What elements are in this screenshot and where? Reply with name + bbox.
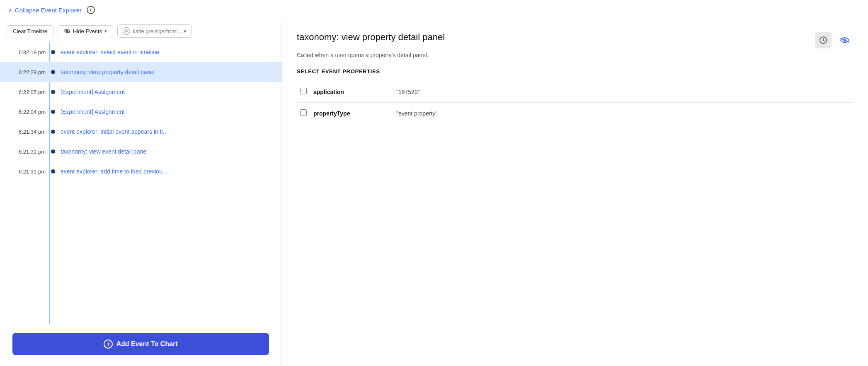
left-panel: Clear Timeline Hide Events ▾ (0, 20, 282, 366)
event-row[interactable]: 6:22:29 pmtaxonomy: view property detail… (0, 62, 281, 82)
event-row[interactable]: 6:21:31 pmevent explorer: add time to lo… (0, 161, 281, 181)
event-dot-icon (51, 169, 55, 173)
header-icons (815, 32, 853, 48)
section-title: SELECT EVENT PROPERTIES (297, 68, 853, 75)
info-icon[interactable]: i (87, 6, 95, 14)
event-name: event explorer: select event in timeline (61, 49, 273, 55)
chevron-up-icon: ∧ (8, 7, 12, 13)
clear-timeline-button[interactable]: Clear Timeline (7, 25, 53, 37)
event-row[interactable]: 6:32:19 pmevent explorer: select event i… (0, 42, 281, 62)
event-time: 6:22:29 pm (8, 69, 46, 75)
event-name: event explorer: add time to load previou… (61, 168, 273, 175)
event-dot-icon (51, 90, 55, 94)
events-list[interactable]: 6:32:19 pmevent explorer: select event i… (0, 42, 281, 324)
property-row: application"187520" (297, 81, 853, 103)
event-dot-icon (51, 70, 55, 74)
event-row[interactable]: 6:21:34 pmevent explorer: initial event … (0, 122, 281, 142)
event-row[interactable]: 6:22:05 pm[Experiment] Assignment (0, 82, 281, 102)
right-panel-header: taxonomy: view property detail panel (297, 32, 853, 48)
event-dot-icon (51, 50, 55, 54)
event-time: 6:21:31 pm (8, 169, 46, 175)
hide-events-chevron-icon: ▾ (104, 29, 107, 34)
event-time: 6:32:19 pm (8, 49, 46, 55)
property-value: "187520" (393, 81, 853, 103)
event-dot-wrapper (46, 110, 61, 114)
plus-circle-icon: + (104, 340, 113, 349)
event-dot-icon (51, 130, 55, 134)
user-label: katie.greisigerfrost... (133, 28, 181, 34)
event-name: [Experiment] Assignment (61, 89, 273, 95)
user-chevron-icon: ▾ (184, 28, 187, 34)
event-dot-wrapper (46, 50, 61, 54)
collapse-event-explorer-button[interactable]: ∧ Collapse Event Explorer (8, 7, 82, 14)
right-panel: taxonomy: view property detail panel (282, 20, 868, 366)
event-dot-icon (51, 110, 55, 114)
toolbar: Clear Timeline Hide Events ▾ (0, 20, 281, 42)
event-row[interactable]: 6:22:04 pm[Experiment] Assignment (0, 102, 281, 122)
main-content: Clear Timeline Hide Events ▾ (0, 20, 868, 366)
top-bar: ∧ Collapse Event Explorer i (0, 0, 868, 20)
clock-button[interactable] (815, 32, 832, 48)
property-value: "event property" (393, 103, 853, 124)
hide-detail-button[interactable] (836, 32, 853, 48)
event-name: taxonomy: view property detail panel (61, 69, 273, 75)
add-event-section: + Add Event To Chart (0, 324, 281, 366)
event-name: [Experiment] Assignment (61, 108, 273, 115)
event-time: 6:21:31 pm (8, 149, 46, 155)
event-row[interactable]: 6:21:31 pmtaxonomy: view event detail pa… (0, 142, 281, 161)
event-dot-wrapper (46, 90, 61, 94)
property-checkbox[interactable] (300, 88, 307, 94)
add-event-label: Add Event To Chart (116, 340, 177, 348)
property-key: application (310, 81, 393, 103)
event-detail-title: taxonomy: view property detail panel (297, 32, 445, 43)
event-description: Called when a user opens a property's de… (297, 52, 853, 58)
event-time: 6:22:05 pm (8, 89, 46, 95)
user-avatar-icon (123, 27, 130, 35)
properties-table: application"187520"propertyType"event pr… (297, 81, 853, 124)
user-filter-button[interactable]: katie.greisigerfrost... ▾ (117, 24, 192, 38)
hide-events-label: Hide Events (73, 28, 102, 34)
clear-timeline-label: Clear Timeline (13, 28, 47, 34)
hide-eye-icon (64, 29, 70, 34)
event-dot-wrapper (46, 130, 61, 134)
hide-detail-icon (840, 37, 850, 43)
event-dot-wrapper (46, 169, 61, 173)
add-event-to-chart-button[interactable]: + Add Event To Chart (12, 333, 269, 355)
property-checkbox[interactable] (300, 109, 307, 116)
event-dot-icon (51, 149, 55, 154)
event-time: 6:21:34 pm (8, 129, 46, 135)
clock-icon (819, 36, 827, 44)
event-time: 6:22:04 pm (8, 109, 46, 115)
event-dot-wrapper (46, 149, 61, 154)
event-name: taxonomy: view event detail panel (61, 148, 273, 155)
event-name: event explorer: initial event appears in… (61, 128, 273, 135)
property-row: propertyType"event property" (297, 103, 853, 124)
property-key: propertyType (310, 103, 393, 124)
hide-events-button[interactable]: Hide Events ▾ (58, 25, 113, 37)
collapse-label: Collapse Event Explorer (15, 7, 82, 14)
event-dot-wrapper (46, 70, 61, 74)
